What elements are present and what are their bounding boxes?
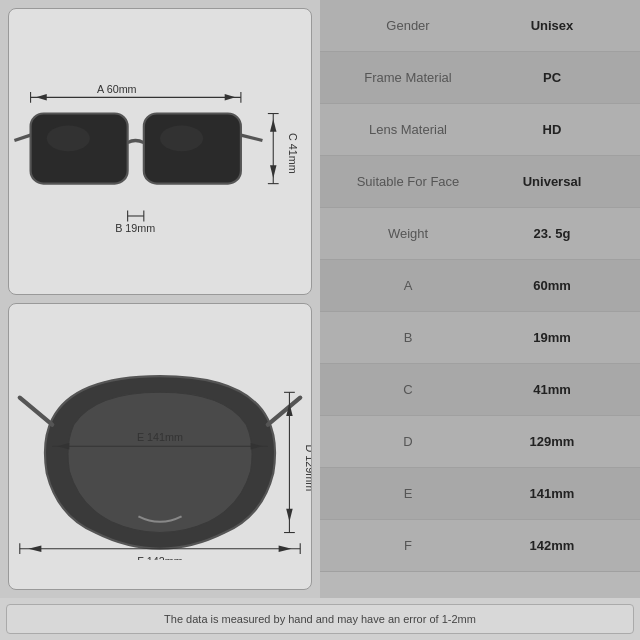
spec-row: Suitable For FaceUniversal: [320, 156, 640, 208]
spec-row: Weight23. 5g: [320, 208, 640, 260]
svg-marker-10: [225, 94, 236, 100]
svg-line-23: [268, 398, 300, 425]
spec-label: Gender: [336, 18, 480, 33]
top-view-diagram: E 141mm D 129mm F 142mm: [8, 303, 312, 590]
footer-disclaimer: The data is measured by hand and may hav…: [6, 604, 634, 634]
spec-value: 129mm: [480, 434, 624, 449]
svg-text:B 19mm: B 19mm: [115, 222, 155, 234]
svg-text:F  142mm: F 142mm: [137, 555, 182, 560]
spec-value: PC: [480, 70, 624, 85]
spec-label: Lens Material: [336, 122, 480, 137]
svg-point-4: [47, 126, 90, 152]
footer-text: The data is measured by hand and may hav…: [164, 613, 476, 625]
spec-label: B: [336, 330, 480, 345]
spec-value: 142mm: [480, 538, 624, 553]
spec-label: F: [336, 538, 480, 553]
spec-value: Universal: [480, 174, 624, 189]
svg-marker-37: [28, 546, 41, 552]
svg-line-3: [241, 135, 263, 140]
spec-row: Frame MaterialPC: [320, 52, 640, 104]
spec-value: 141mm: [480, 486, 624, 501]
left-panel: A 60mm B 19mm C 41mm: [0, 0, 320, 598]
svg-text:E  141mm: E 141mm: [137, 431, 183, 443]
spec-row: Lens MaterialHD: [320, 104, 640, 156]
front-view-diagram: A 60mm B 19mm C 41mm: [8, 8, 312, 295]
spec-value: 41mm: [480, 382, 624, 397]
specs-table: GenderUnisexFrame MaterialPCLens Materia…: [320, 0, 640, 598]
svg-line-22: [20, 398, 52, 425]
spec-value: HD: [480, 122, 624, 137]
spec-value: 60mm: [480, 278, 624, 293]
svg-text:C 41mm: C 41mm: [287, 133, 299, 174]
spec-label: Weight: [336, 226, 480, 241]
svg-text:A  60mm: A 60mm: [97, 83, 137, 95]
svg-marker-19: [270, 119, 276, 132]
spec-row: D129mm: [320, 416, 640, 468]
spec-row: F142mm: [320, 520, 640, 572]
spec-row: GenderUnisex: [320, 0, 640, 52]
spec-row: C41mm: [320, 364, 640, 416]
spec-row: A60mm: [320, 260, 640, 312]
spec-label: C: [336, 382, 480, 397]
spec-value: Unisex: [480, 18, 624, 33]
spec-label: Frame Material: [336, 70, 480, 85]
svg-marker-20: [270, 166, 276, 179]
svg-marker-38: [279, 546, 292, 552]
svg-marker-32: [286, 509, 292, 522]
svg-line-2: [14, 135, 30, 140]
spec-label: D: [336, 434, 480, 449]
spec-value: 19mm: [480, 330, 624, 345]
svg-marker-9: [36, 94, 47, 100]
spec-value: 23. 5g: [480, 226, 624, 241]
spec-label: E: [336, 486, 480, 501]
spec-label: Suitable For Face: [336, 174, 480, 189]
spec-row: B19mm: [320, 312, 640, 364]
main-content: A 60mm B 19mm C 41mm: [0, 0, 640, 598]
spec-row: E141mm: [320, 468, 640, 520]
main-container: A 60mm B 19mm C 41mm: [0, 0, 640, 640]
spec-label: A: [336, 278, 480, 293]
svg-text:D 129mm: D 129mm: [304, 445, 311, 492]
svg-point-5: [160, 126, 203, 152]
